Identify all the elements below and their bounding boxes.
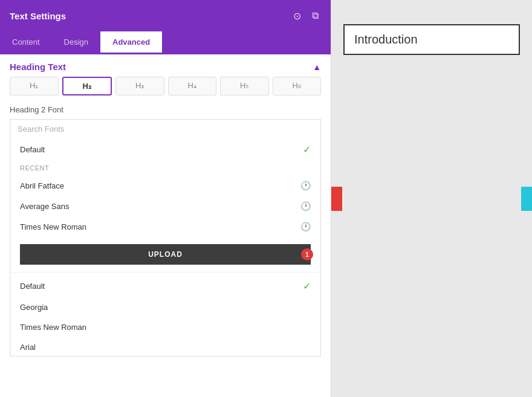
upload-row: UPLOAD 1 <box>10 239 320 270</box>
settings-icon[interactable]: ⊙ <box>291 10 303 22</box>
expand-icon[interactable]: ⧉ <box>309 10 321 22</box>
font-search-input[interactable] <box>10 120 320 138</box>
font-item-default-bottom[interactable]: Default ✓ <box>10 275 320 297</box>
heading-section-title: Heading Text <box>10 62 66 72</box>
preview-text: Introduction <box>354 33 418 46</box>
preview-box: Introduction <box>343 24 520 55</box>
left-accent-bar <box>331 187 342 211</box>
h1-tab[interactable]: H₁ <box>10 77 59 95</box>
heading-tabs: H₁ H₂ H₃ H₄ H₅ H₆ <box>0 77 331 103</box>
font-dropdown: Default ✓ Recent Abril Fatface 🕐 Average… <box>10 119 321 357</box>
clock-icon-3: 🕐 <box>300 222 311 231</box>
tab-advanced[interactable]: Advanced <box>100 31 162 54</box>
separator <box>10 272 320 273</box>
h6-tab[interactable]: H₆ <box>273 77 322 95</box>
font-label: Heading 2 Font <box>0 103 331 119</box>
font-category-recent: Recent <box>10 161 320 175</box>
font-item-default-top[interactable]: Default ✓ <box>10 138 320 161</box>
font-item-arial[interactable]: Arial <box>10 337 320 356</box>
upload-button[interactable]: UPLOAD <box>20 244 311 265</box>
tab-content[interactable]: Content <box>0 31 52 54</box>
check-icon: ✓ <box>303 144 311 155</box>
h2-tab[interactable]: H₂ <box>62 77 112 95</box>
h3-tab[interactable]: H₃ <box>115 77 164 95</box>
panel-header: Text Settings ⊙ ⧉ <box>0 0 331 31</box>
right-panel: Introduction <box>331 0 532 397</box>
font-item-georgia[interactable]: Georgia <box>10 297 320 317</box>
h4-tab[interactable]: H₄ <box>168 77 217 95</box>
right-accent-bar <box>521 187 532 211</box>
font-item-times-bottom[interactable]: Times New Roman <box>10 317 320 337</box>
check-icon-bottom: ✓ <box>303 280 311 292</box>
tab-design[interactable]: Design <box>52 31 100 54</box>
font-item-average[interactable]: Average Sans 🕐 <box>10 196 320 216</box>
upload-badge: 1 <box>301 248 313 260</box>
collapse-icon[interactable]: ▲ <box>313 62 321 72</box>
left-panel: Text Settings ⊙ ⧉ Content Design Advance… <box>0 0 331 397</box>
clock-icon-1: 🕐 <box>300 181 311 190</box>
panel-title: Text Settings <box>10 11 66 21</box>
h5-tab[interactable]: H₅ <box>220 77 269 95</box>
clock-icon-2: 🕐 <box>300 201 311 211</box>
font-item-abril[interactable]: Abril Fatface 🕐 <box>10 175 320 196</box>
panel-tabs: Content Design Advanced <box>0 31 331 54</box>
font-item-times-top[interactable]: Times New Roman 🕐 <box>10 216 320 237</box>
header-icons: ⊙ ⧉ <box>291 10 321 22</box>
section-header: Heading Text ▲ <box>0 54 331 77</box>
font-scroll-area[interactable]: Default ✓ Recent Abril Fatface 🕐 Average… <box>10 138 320 356</box>
